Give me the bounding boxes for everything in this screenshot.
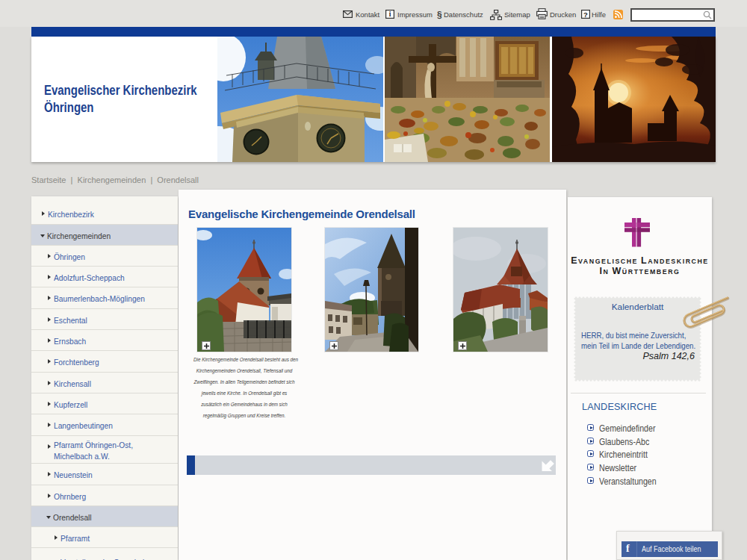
svg-text:i: i bbox=[389, 10, 391, 18]
svg-text:?: ? bbox=[583, 10, 588, 19]
